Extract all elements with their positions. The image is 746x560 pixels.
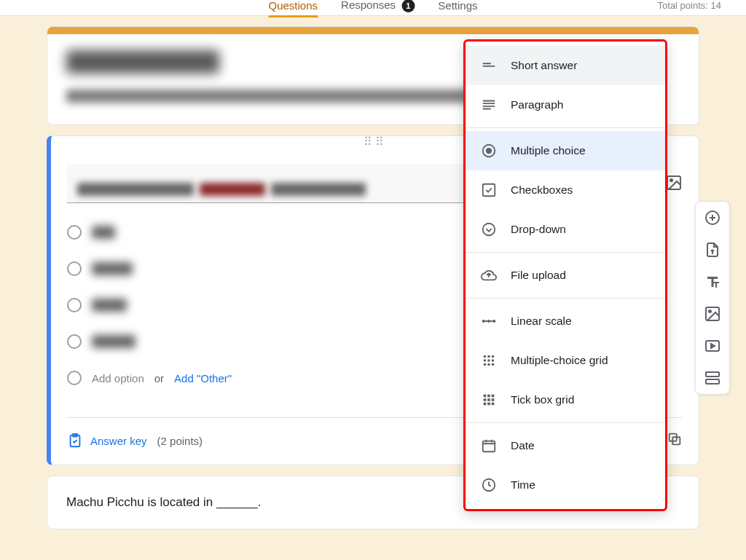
question-text-blurred-3 (271, 183, 366, 196)
menu-separator (466, 127, 665, 128)
menu-linear-scale[interactable]: Linear scale (466, 301, 665, 341)
option-label-4 (92, 335, 136, 348)
menu-label: Tick box grid (511, 393, 574, 406)
svg-point-19 (484, 363, 487, 366)
svg-rect-38 (706, 379, 719, 384)
menu-label: File upload (511, 269, 566, 282)
side-toolbar (695, 201, 730, 395)
date-icon (480, 437, 498, 454)
svg-point-17 (487, 359, 490, 362)
paragraph-icon (480, 96, 498, 114)
svg-point-35 (709, 310, 711, 312)
menu-label: Paragraph (511, 98, 563, 111)
menu-label: Multiple choice (511, 144, 586, 157)
add-option-link[interactable]: Add option (92, 372, 144, 384)
radio-icon (67, 225, 82, 240)
menu-label: Linear scale (511, 315, 572, 328)
grid-check-icon (480, 391, 498, 409)
svg-rect-31 (483, 441, 495, 452)
menu-mc-grid[interactable]: Multiple-choice grid (466, 341, 665, 380)
radio-icon (480, 142, 498, 159)
svg-point-13 (484, 355, 487, 358)
or-separator: or (154, 372, 164, 384)
svg-rect-30 (492, 403, 495, 406)
menu-multiple-choice[interactable]: Multiple choice (466, 131, 665, 170)
menu-dropdown[interactable]: Drop-down (466, 210, 665, 249)
upload-icon (480, 267, 498, 284)
responses-badge: 1 (401, 0, 415, 12)
add-video-icon[interactable] (704, 337, 721, 355)
svg-rect-25 (484, 398, 487, 401)
checkbox-icon (480, 181, 498, 199)
menu-checkboxes[interactable]: Checkboxes (466, 170, 665, 210)
question-text-blurred-1 (77, 183, 194, 196)
menu-date[interactable]: Date (466, 426, 665, 465)
add-section-icon[interactable] (704, 369, 721, 387)
radio-icon (67, 298, 82, 312)
menu-label: Multiple-choice grid (511, 354, 608, 367)
tabs-bar: Questions Responses 1 Settings Total poi… (0, 0, 746, 16)
tab-responses[interactable]: Responses 1 (341, 0, 415, 17)
add-title-icon[interactable] (704, 273, 721, 291)
svg-point-15 (492, 355, 495, 358)
menu-separator (466, 252, 665, 253)
svg-point-18 (492, 359, 495, 362)
menu-separator (466, 422, 665, 423)
question-type-menu: Short answer Paragraph Multiple choice C… (463, 39, 667, 511)
question-points: (2 points) (157, 435, 203, 447)
add-other-link[interactable]: Add "Other" (174, 372, 232, 384)
tab-questions[interactable]: Questions (269, 0, 318, 16)
short-answer-icon (480, 57, 498, 74)
menu-label: Drop-down (511, 223, 566, 236)
radio-icon (67, 371, 82, 385)
title-accent-bar (47, 27, 699, 34)
option-label-3 (92, 299, 127, 312)
duplicate-question-icon[interactable] (667, 431, 683, 450)
menu-label: Time (511, 478, 535, 492)
answer-key-button[interactable]: Answer key (67, 433, 147, 449)
question-text-blurred-2 (200, 183, 265, 196)
svg-rect-28 (484, 403, 487, 406)
svg-point-8 (483, 224, 495, 236)
svg-point-16 (484, 359, 487, 362)
menu-separator (466, 298, 665, 299)
menu-paragraph[interactable]: Paragraph (466, 85, 665, 125)
linear-scale-icon (480, 312, 498, 330)
tab-responses-label: Responses (341, 0, 396, 11)
svg-rect-37 (706, 372, 719, 376)
grid-radio-icon (480, 352, 498, 369)
menu-short-answer[interactable]: Short answer (466, 46, 665, 85)
add-image-icon[interactable] (704, 305, 721, 323)
add-image-to-question-icon[interactable] (665, 174, 683, 192)
svg-point-21 (492, 363, 495, 366)
import-questions-icon[interactable] (704, 241, 721, 259)
menu-tickbox-grid[interactable]: Tick box grid (466, 380, 665, 419)
clipboard-check-icon (67, 433, 83, 449)
svg-rect-12 (484, 320, 495, 322)
tab-settings[interactable]: Settings (438, 0, 477, 16)
form-title-blurred (66, 50, 219, 74)
time-icon (480, 476, 498, 494)
radio-icon (67, 334, 82, 349)
option-label-1 (92, 226, 115, 239)
svg-rect-27 (492, 398, 495, 401)
radio-icon (67, 261, 82, 276)
svg-rect-22 (484, 395, 487, 398)
svg-rect-24 (492, 395, 495, 398)
form-description-blurred (66, 90, 474, 103)
svg-point-20 (487, 363, 490, 366)
svg-rect-7 (483, 184, 495, 197)
svg-rect-26 (487, 398, 490, 401)
dropdown-icon (480, 221, 498, 238)
svg-rect-23 (487, 395, 490, 398)
svg-point-1 (670, 179, 672, 181)
menu-file-upload[interactable]: File upload (466, 256, 665, 295)
svg-point-6 (486, 148, 492, 154)
svg-point-14 (487, 355, 490, 358)
svg-rect-29 (487, 403, 490, 406)
option-label-2 (92, 262, 133, 275)
add-question-icon[interactable] (704, 209, 721, 226)
menu-label: Checkboxes (511, 184, 573, 197)
menu-time[interactable]: Time (466, 465, 665, 505)
menu-label: Short answer (511, 59, 577, 72)
